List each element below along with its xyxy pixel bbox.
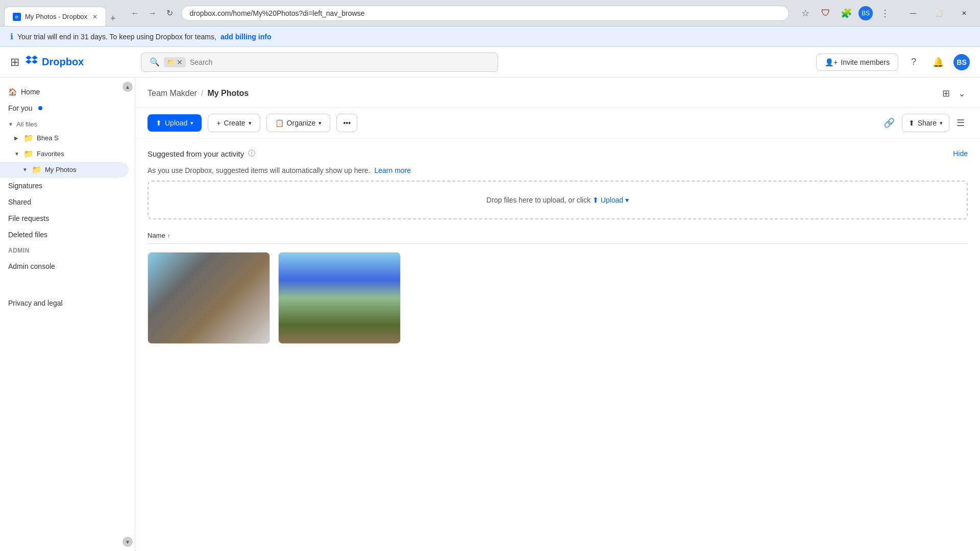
shared-label: Shared (8, 198, 31, 206)
view-controls: ⊞ ⌄ (940, 86, 968, 101)
sidebar-tree-bhea-s[interactable]: ▶ 📁 Bhea S (0, 130, 129, 146)
home-icon: 🏠 (8, 88, 17, 96)
profile-button[interactable]: BS (859, 6, 873, 20)
details-panel-button[interactable]: ☰ (953, 114, 968, 132)
upload-label: Upload (165, 119, 187, 127)
active-tab[interactable]: D My Photos - Dropbox ✕ (4, 7, 106, 26)
upload-button[interactable]: ⬆ Upload ▾ (148, 114, 202, 132)
file-thumbnail-2[interactable] (278, 252, 401, 344)
tab-favicon: D (13, 13, 21, 21)
browser-tabs: D My Photos - Dropbox ✕ + (4, 0, 120, 26)
search-folder-filter[interactable]: 📁 ✕ (164, 57, 186, 67)
admin-section-label: Admin (8, 247, 30, 254)
ad-block-button[interactable]: 🛡 (818, 5, 834, 21)
sidebar-item-home[interactable]: 🏠 Home (0, 84, 129, 100)
invite-members-button[interactable]: 👤+ Invite members (816, 54, 898, 71)
sidebar-tree-favorites[interactable]: ▼ 📁 Favorites (0, 146, 129, 162)
upload-arrow-icon: ⬆ (593, 196, 599, 204)
extensions-button[interactable]: 🧩 (838, 5, 854, 21)
sidebar-item-file-requests[interactable]: File requests (0, 210, 129, 227)
notifications-button[interactable]: 🔔 (929, 53, 947, 71)
add-billing-link[interactable]: add billing info (220, 33, 272, 41)
folder-icon: 📁 (23, 149, 34, 159)
suggested-section: Suggested from your activity ⓘ Hide As y… (135, 139, 980, 181)
sidebar-item-signatures[interactable]: Signatures (0, 178, 129, 194)
minimize-button[interactable]: — (901, 5, 925, 21)
sidebar-item-privacy[interactable]: Privacy and legal (0, 295, 129, 311)
info-icon: ℹ (10, 32, 13, 41)
forward-button[interactable]: → (145, 6, 160, 20)
for-you-dot (38, 106, 42, 110)
main-content: ▲ 🏠 Home For you ▼ All files ▶ 📁 Bhea S … (0, 78, 980, 551)
share-button[interactable]: ⬆ Share ▾ (902, 114, 949, 132)
close-button[interactable]: ✕ (952, 5, 976, 21)
apps-grid-button[interactable]: ⊞ (10, 56, 19, 69)
menu-button[interactable]: ⋮ (877, 5, 893, 21)
all-files-toggle-icon: ▼ (8, 121, 13, 127)
grid-view-button[interactable]: ⊞ (940, 86, 952, 101)
url-display: dropbox.com/home/My%20Photos?di=left_nav… (190, 9, 780, 17)
file-requests-label: File requests (8, 214, 49, 222)
privacy-label: Privacy and legal (8, 299, 63, 307)
all-files-label: All files (16, 120, 37, 128)
breadcrumb-parent[interactable]: Team Makder (148, 89, 197, 98)
search-icon: 🔍 (150, 57, 160, 67)
browser-chrome: D My Photos - Dropbox ✕ + ← → ↻ dropbox.… (0, 0, 980, 27)
sidebar-admin-section: Admin (0, 243, 135, 258)
banner-message: Your trial will end in 31 days. To keep … (17, 33, 216, 41)
deleted-files-label: Deleted files (8, 231, 47, 239)
organize-button[interactable]: 📋 Organize ▾ (266, 114, 331, 132)
search-input[interactable] (190, 58, 489, 66)
sidebar-item-for-you[interactable]: For you (0, 100, 129, 116)
tab-close-button[interactable]: ✕ (92, 13, 97, 20)
organize-chevron-icon: ▾ (318, 120, 322, 127)
expand-view-button[interactable]: ⌄ (956, 86, 968, 101)
help-button[interactable]: ? (904, 53, 923, 71)
drop-zone[interactable]: Drop files here to upload, or click ⬆ Up… (148, 181, 968, 219)
sidebar-favorites-label: Favorites (37, 150, 64, 158)
folder-icon: 📁 (23, 133, 34, 143)
file-list-header: Name ↑ (148, 228, 968, 244)
toolbar: ⬆ Upload ▾ + Create ▾ 📋 Organize ▾ ••• 🔗 (135, 108, 980, 139)
drop-zone-upload-button[interactable]: ⬆ Upload ▾ (593, 196, 629, 204)
hide-button[interactable]: Hide (953, 149, 968, 158)
bookmark-button[interactable]: ☆ (797, 5, 814, 21)
breadcrumb-current: My Photos (207, 89, 249, 98)
suggested-info-icon[interactable]: ⓘ (248, 149, 255, 158)
trial-banner: ℹ Your trial will end in 31 days. To kee… (0, 27, 980, 47)
search-bar[interactable]: 🔍 📁 ✕ (141, 53, 498, 72)
search-clear-button[interactable]: ✕ (177, 58, 183, 66)
browser-actions: ☆ 🛡 🧩 BS ⋮ (797, 5, 893, 21)
suggested-title-text: Suggested from your activity (148, 149, 244, 158)
file-list: Name ↑ (135, 228, 980, 352)
sidebar-item-deleted-files[interactable]: Deleted files (0, 227, 129, 243)
tab-title: My Photos - Dropbox (25, 13, 87, 20)
back-button[interactable]: ← (128, 6, 142, 20)
sidebar-item-admin-console[interactable]: Admin console (0, 258, 129, 274)
person-add-icon: 👤+ (825, 58, 838, 66)
window-controls: — ⬜ ✕ (901, 5, 976, 21)
suggested-empty-state: As you use Dropbox, suggested items will… (148, 166, 968, 174)
sidebar-all-files-section[interactable]: ▼ All files (0, 118, 135, 130)
file-thumbnail-1[interactable] (148, 252, 270, 344)
search-folder-icon: 📁 (167, 59, 175, 66)
new-tab-button[interactable]: + (106, 11, 120, 26)
suggested-header: Suggested from your activity ⓘ Hide (148, 149, 968, 158)
name-column-header[interactable]: Name ↑ (148, 232, 968, 239)
sidebar-tree-my-photos[interactable]: ▼ 📁 My Photos (0, 162, 129, 178)
link-icon-button[interactable]: 🔗 (880, 114, 898, 132)
refresh-button[interactable]: ↻ (163, 6, 177, 20)
header-actions: 👤+ Invite members ? 🔔 BS (816, 53, 970, 71)
user-avatar[interactable]: BS (953, 54, 970, 70)
create-button[interactable]: + Create ▾ (208, 114, 260, 132)
maximize-button[interactable]: ⬜ (927, 5, 950, 21)
address-bar[interactable]: dropbox.com/home/My%20Photos?di=left_nav… (181, 6, 789, 21)
app-container: ℹ Your trial will end in 31 days. To kee… (0, 27, 980, 551)
organize-icon: 📋 (275, 119, 284, 127)
learn-more-link[interactable]: Learn more (374, 166, 411, 174)
folder-icon: 📁 (32, 165, 42, 174)
more-actions-button[interactable]: ••• (336, 114, 357, 132)
sidebar-scroll-down[interactable]: ▼ (122, 537, 133, 547)
sidebar-scroll-up[interactable]: ▲ (122, 82, 133, 92)
sidebar-item-shared[interactable]: Shared (0, 194, 129, 210)
